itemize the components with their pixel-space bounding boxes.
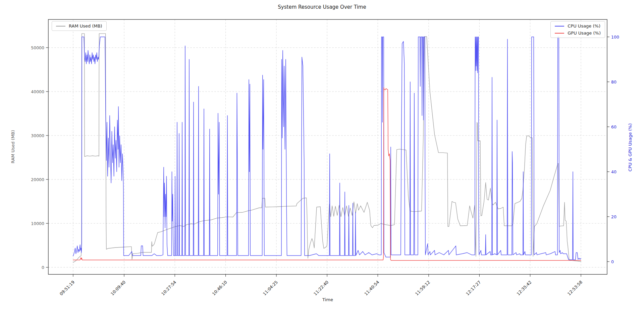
x-axis-label: Time	[48, 297, 607, 302]
x-tick-label: 12:53:58	[567, 279, 583, 296]
x-tick-label: 11:40:54	[363, 279, 380, 296]
y-right-tick-label: 0	[611, 259, 614, 264]
x-tick-label: 10:09:40	[110, 279, 126, 296]
x-tick-label: 11:04:25	[262, 280, 279, 296]
x-tick-label: 12:17:27	[465, 280, 482, 296]
x-tick-label: 11:22:40	[313, 279, 329, 296]
y-left-tick-label: 20000	[31, 177, 44, 182]
y-left-tick-label: 50000	[31, 45, 44, 50]
legend-label-cpu: CPU Usage (%)	[568, 23, 600, 29]
ram-line-swatch	[56, 26, 65, 26]
gpu-line-swatch	[555, 33, 564, 34]
x-tick-label: 09:51:19	[59, 279, 75, 296]
plot-svg: 09:51:1910:09:4010:27:5410:46:1011:04:25…	[0, 0, 644, 327]
legend-label-ram: RAM Used (MB)	[69, 23, 102, 29]
legend-entry-gpu: GPU Usage (%)	[555, 31, 601, 36]
chart-figure: 09:51:1910:09:4010:27:5410:46:1011:04:25…	[0, 0, 644, 327]
left-axis-label: RAM Used (MB)	[10, 113, 15, 180]
legend-label-gpu: GPU Usage (%)	[568, 31, 601, 36]
y-right-tick-label: 40	[611, 169, 616, 174]
y-left-tick-label: 10000	[31, 221, 44, 226]
y-right-tick-label: 80	[611, 79, 616, 85]
chart-title: System Resource Usage Over Time	[0, 4, 644, 10]
legend-entry-ram: RAM Used (MB)	[56, 23, 102, 29]
y-right-tick-label: 60	[611, 124, 616, 129]
x-tick-label: 10:46:10	[211, 279, 228, 296]
y-right-tick-label: 100	[611, 35, 619, 40]
cpu-line-swatch	[555, 26, 564, 26]
y-right-tick-label: 20	[611, 214, 616, 219]
legend-entry-cpu: CPU Usage (%)	[555, 23, 601, 29]
y-left-tick-label: 30000	[31, 133, 44, 138]
x-tick-label: 11:59:12	[414, 280, 431, 296]
right-axis-label: CPU & GPU Usage (%)	[628, 114, 633, 181]
y-left-tick-label: 0	[42, 265, 44, 270]
x-tick-label: 10:27:54	[160, 279, 177, 296]
y-left-tick-label: 40000	[31, 89, 44, 94]
legend-ram: RAM Used (MB)	[52, 21, 107, 31]
x-tick-label: 12:35:42	[516, 280, 532, 296]
legend-cpu-gpu: CPU Usage (%) GPU Usage (%)	[550, 21, 605, 38]
